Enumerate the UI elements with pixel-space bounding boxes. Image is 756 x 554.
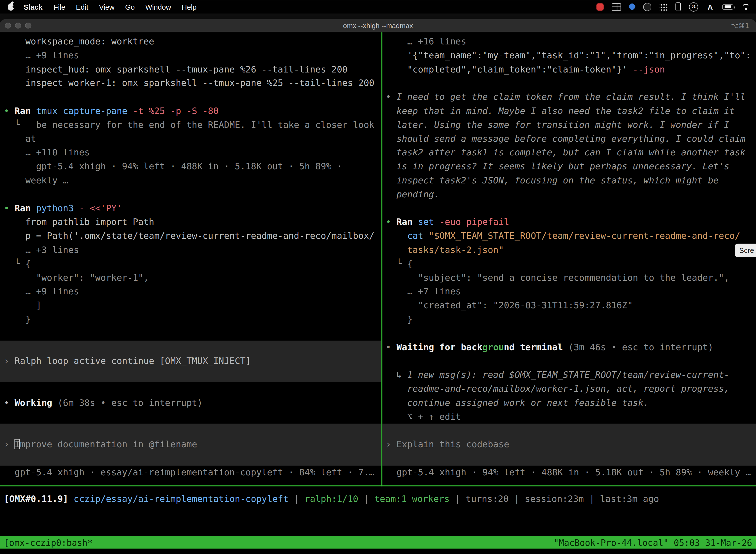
prompt-suggestion[interactable]: › Ralph loop active continue [OMX_TMUX_I… [0,340,381,382]
menu-item-view[interactable]: View [94,3,120,11]
terminal-text: "$OMX_TEAM_STATE_ROOT/team/review-curren… [429,231,740,241]
tmux-pane-left[interactable]: workspace_mode: worktree … +9 lines insp… [0,32,381,485]
terminal-text: readme-and-reco/mailbox/worker-1.json, a… [386,384,730,394]
terminal-line: is in progress? It seems likely but perh… [386,160,756,174]
menu-app-name[interactable]: Slack [18,3,48,11]
terminal-text: pending. [386,189,440,199]
terminal-text: | turns:20 | session:23m | last:3m ago [450,494,659,504]
terminal-text: Ran [15,106,31,116]
terminal-line: inspect_hud: omx sparkshell --tmux-pane … [4,63,381,76]
tile-a-icon[interactable]: A [706,3,714,11]
terminal-line: ↳ 1 new msg(s): read $OMX_TEAM_STATE_ROO… [386,368,756,382]
terminal-text: later. Using the same for transition mig… [386,120,730,130]
terminal-line: "subject": "send a concise recommendatio… [386,271,756,285]
terminal-text: inspect_hud: omx sparkshell --tmux-pane … [4,64,348,74]
terminal-line: weekly … [4,174,381,188]
terminal-line: } [386,313,756,327]
prompt-suggestion[interactable]: › Explain this codebase [382,424,756,465]
menu-items: FileEditViewGoWindowHelp [48,0,202,13]
terminal-line: "created_at": "2026-03-31T11:59:27.816Z" [386,299,756,313]
terminal-text: from pathlib import Path [4,217,154,227]
window-title-bar[interactable]: omx --xhigh --madmax ⌥⌘1 [0,19,756,32]
terminal-line [4,382,381,396]
terminal-text: p = Path('.omx/state/team/review-current… [4,231,375,241]
terminal-text: set [413,217,434,227]
menu-item-go[interactable]: Go [120,3,140,11]
terminal-text: › [4,439,15,449]
terminal-line: readme-and-reco/mailbox/worker-1.json, a… [386,382,756,396]
terminal-line: workspace_mode: worktree [4,35,381,49]
terminal-line: • Waiting for background terminal (3m 46… [386,340,756,354]
terminal-line [386,354,756,368]
terminal-line: task2 after task1 is complete, but can I… [386,146,756,160]
terminal-line: … +9 lines [4,49,381,63]
terminal-text: team:1 workers [375,494,450,504]
terminal-text: grou [483,342,504,352]
terminal-text: python3 [31,203,74,213]
wifi-icon[interactable] [742,3,750,10]
terminal-line: … +7 lines [386,285,756,299]
terminal-line: • Working (6m 38s • esc to interrupt) [4,396,381,410]
tmux-pane-bottom[interactable]: [OMX#0.11.9] cczip/essay/ai-reimplementa… [0,486,756,536]
terminal-text: [OMX#0.11.9] [4,494,68,504]
dots-grid-icon[interactable] [659,3,667,11]
terminal-text: • [4,203,15,213]
apple-menu[interactable] [0,0,18,13]
terminal-line: • Ran python3 - <<'PY' [4,202,381,215]
terminal-text: Ran [15,203,31,213]
terminal-text: cczip/essay/ai-reimplementation-copyleft [68,494,289,504]
dark-app-icon[interactable] [643,3,651,11]
terminal-line: └ { [4,257,381,271]
record-icon[interactable] [596,3,604,10]
prompt-suggestion[interactable]: › Improve documentation in @filename [0,424,381,465]
terminal-text: } [4,314,31,324]
apple-icon [8,3,14,10]
terminal-line: [OMX#0.11.9] cczip/essay/ai-reimplementa… [4,492,756,506]
terminal-line [4,188,381,202]
terminal-line: › Improve documentation in @filename [4,438,197,451]
terminal-line: pending. [386,188,756,202]
terminal-text: … +7 lines [386,286,461,296]
terminal-text: gpt-5.4 xhigh · 94% left · 488K in · 5.1… [386,467,751,477]
terminal-text: | [359,494,375,504]
terminal-text: task2 after task1 is complete, but can I… [386,148,746,158]
terminal-text: ↳ 1 new msg(s): read $OMX_TEAM_STATE_ROO… [386,370,730,380]
menu-item-window[interactable]: Window [140,3,176,11]
menu-bar-left: Slack FileEditViewGoWindowHelp [0,0,202,13]
terminal-text: ralph:1/10 [305,494,359,504]
terminal-text: Ran [396,217,413,227]
menu-item-help[interactable]: Help [176,3,202,11]
terminal-line: • Ran set -euo pipefail [386,215,756,229]
phone-icon[interactable] [675,2,681,11]
terminal-line: … +110 lines [4,146,381,160]
terminal-text: ⌥ + ↑ edit [386,411,461,422]
text-cursor: I [15,439,20,449]
terminal-text: Working [15,397,52,407]
terminal-line: at [4,132,381,146]
tmux-pane-right[interactable]: … +16 lines '{"team_name":"my-team","tas… [382,32,756,485]
terminal-line: ⌥ + ↑ edit [386,410,756,424]
menu-item-edit[interactable]: Edit [71,3,94,11]
gauge-icon[interactable]: 61 [689,2,698,11]
terminal-line: gpt-5.4 xhigh · 94% left · 488K in · 5.1… [4,160,381,174]
battery-icon[interactable] [722,4,734,9]
terminal-line: cat "$OMX_TEAM_STATE_ROOT/team/review-cu… [386,229,756,243]
terminal-text: … +9 lines [4,286,79,296]
menu-bar: Slack FileEditViewGoWindowHelp 61A [0,0,756,13]
terminal-line: gpt-5.4 xhigh · essay/ai-reimplementatio… [4,465,381,479]
terminal-text: -t %25 -p -S -80 [127,106,219,116]
terminal-text: … +16 lines [386,36,466,46]
terminal-text: | [289,494,305,504]
menu-item-file[interactable]: File [48,3,71,11]
terminal-text: Waiting for back [396,342,482,352]
blue-app-icon[interactable] [628,3,636,11]
terminal-text: --json [627,64,665,74]
terminal-window: omx --xhigh --madmax ⌥⌘1 workspace_mode:… [0,19,756,554]
terminal-text: continue assigned work or next feasible … [386,397,649,407]
window-grid-icon[interactable] [612,3,621,10]
terminal-line: keep that in mind. Maybe I also need the… [386,104,756,118]
terminal-text: └ be necessary for the end of the README… [4,120,375,130]
terminal-text: tasks/task-2.json" [386,244,504,255]
terminal-text: at [4,133,36,144]
terminal-line: should send a message before completing … [386,132,756,146]
